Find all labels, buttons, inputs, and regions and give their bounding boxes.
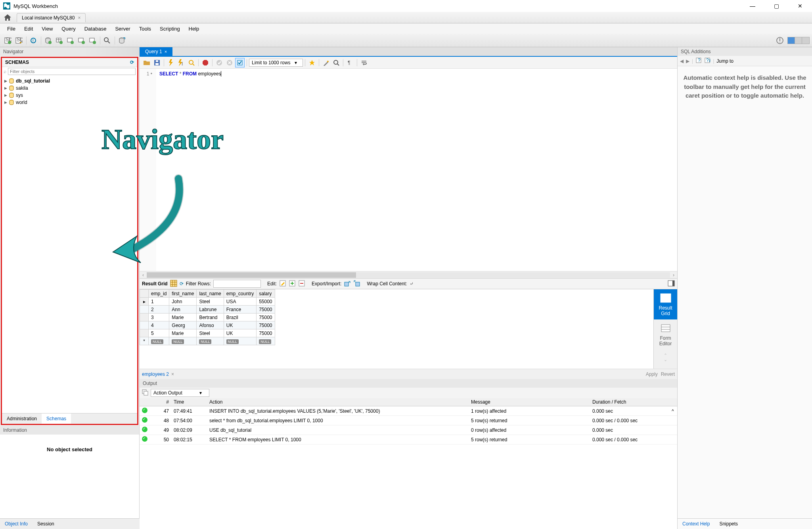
wrap-icon[interactable]: [359, 58, 369, 67]
revert-button[interactable]: Revert: [661, 371, 675, 377]
table-create-icon[interactable]: [54, 35, 64, 46]
jump-label[interactable]: Jump to: [716, 58, 733, 64]
svg-point-12: [59, 41, 63, 44]
open-sql-icon[interactable]: SQL: [13, 35, 24, 46]
close-icon[interactable]: ×: [78, 15, 80, 21]
grid-icon[interactable]: [170, 280, 177, 288]
wrap-cell-icon[interactable]: ⤶: [410, 281, 414, 287]
refresh-icon[interactable]: ⟳: [130, 60, 134, 65]
schema-item[interactable]: ▶db_sql_tutorial: [3, 77, 136, 85]
back-icon[interactable]: ◀: [680, 58, 684, 64]
panel-toggle-icon[interactable]: [668, 280, 675, 288]
menu-file[interactable]: File: [3, 24, 19, 33]
output-window-icon[interactable]: [142, 389, 148, 397]
nav-arrows[interactable]: ˄˅: [654, 350, 677, 369]
menu-tools[interactable]: Tools: [135, 24, 155, 33]
svg-point-31: [189, 60, 193, 64]
execute-icon[interactable]: [166, 58, 176, 67]
pane-toggle[interactable]: [787, 37, 810, 44]
result-grid-tool[interactable]: Result Grid: [654, 289, 677, 319]
menu-edit[interactable]: Edit: [20, 24, 37, 33]
connection-tab[interactable]: Local instance MySQL80 ×: [17, 13, 86, 22]
func-create-icon[interactable]: [87, 35, 98, 46]
export-icon[interactable]: [344, 280, 351, 288]
explain-icon[interactable]: [187, 58, 196, 67]
form-editor-tool[interactable]: Form Editor: [654, 319, 677, 350]
svg-text:?a: ?a: [706, 58, 710, 63]
commit-icon[interactable]: [214, 58, 224, 67]
apply-button[interactable]: Apply: [646, 371, 658, 377]
execute-current-icon[interactable]: I: [176, 58, 186, 67]
maximize-button[interactable]: ▢: [764, 0, 788, 12]
editor-toolbar: I Limit to 1000 rows ▾ ¶: [140, 57, 677, 69]
stop-icon[interactable]: [201, 58, 210, 67]
limit-selector[interactable]: Limit to 1000 rows ▾: [249, 59, 303, 67]
favorite-icon[interactable]: [307, 58, 317, 67]
navigator-header: Navigator: [0, 47, 139, 56]
menu-view[interactable]: View: [38, 24, 57, 33]
autocommit-icon[interactable]: [235, 58, 245, 67]
schema-item[interactable]: ▶sakila: [3, 85, 136, 92]
tab-object-info[interactable]: Object Info: [0, 519, 33, 529]
tab-schemas[interactable]: Schemas: [42, 414, 71, 424]
auto-help-icon[interactable]: ?a: [704, 57, 710, 65]
editor-scrollbar[interactable]: ‹›: [140, 271, 677, 278]
reconnect-icon[interactable]: [117, 35, 127, 46]
tab-session[interactable]: Session: [33, 519, 59, 529]
db-create-icon[interactable]: [43, 35, 53, 46]
import-icon[interactable]: [353, 280, 360, 288]
inspector-icon[interactable]: i: [28, 35, 38, 46]
close-button[interactable]: ✕: [788, 0, 812, 12]
result-grid-label: Result Grid: [142, 281, 168, 287]
svg-rect-61: [144, 391, 148, 395]
open-file-icon[interactable]: [142, 58, 151, 67]
tab-context-help[interactable]: Context Help: [678, 519, 714, 529]
schemas-label: SCHEMAS: [5, 60, 29, 65]
rollback-icon[interactable]: [225, 58, 234, 67]
schema-item[interactable]: ▶world: [3, 99, 136, 106]
menu-server[interactable]: Server: [111, 24, 134, 33]
svg-rect-51: [672, 281, 674, 286]
add-row-icon[interactable]: [289, 280, 296, 288]
filter-rows-input[interactable]: [213, 280, 261, 288]
table-row: 4GeorgAfonsoUK75000: [140, 321, 275, 329]
delete-row-icon[interactable]: [298, 280, 305, 288]
menubar: File Edit View Query Database Server Too…: [0, 23, 812, 34]
save-icon[interactable]: [152, 58, 162, 67]
schema-item[interactable]: ▶sys: [3, 92, 136, 99]
warning-icon[interactable]: [775, 35, 785, 46]
menu-help[interactable]: Help: [185, 24, 203, 33]
ok-icon: [142, 436, 147, 442]
new-sql-tab-icon[interactable]: SQL: [2, 35, 13, 46]
sql-editor[interactable]: 1 • SELECT * FROM employees: [140, 69, 677, 271]
view-create-icon[interactable]: [65, 35, 75, 46]
menu-query[interactable]: Query: [57, 24, 79, 33]
close-icon[interactable]: ×: [165, 49, 167, 54]
result-toolbar: Result Grid ⟳ Filter Rows: Edit: Export/…: [140, 278, 677, 289]
close-icon[interactable]: ×: [171, 371, 174, 377]
edit-icon[interactable]: [279, 280, 286, 288]
query-tab[interactable]: Query 1 ×: [140, 47, 172, 56]
minimize-button[interactable]: —: [741, 0, 764, 12]
refresh-icon[interactable]: ⟳: [180, 281, 184, 287]
svg-rect-52: [661, 294, 671, 302]
menu-database[interactable]: Database: [80, 24, 111, 33]
connection-tab-bar: Local instance MySQL80 ×: [0, 12, 812, 23]
table-row: *NULLNULLNULLNULLNULL: [140, 337, 275, 345]
filter-input[interactable]: [8, 68, 136, 75]
result-tab[interactable]: employees 2 ×: [142, 371, 174, 377]
search-icon[interactable]: [102, 35, 112, 46]
svg-point-2: [8, 41, 11, 44]
menu-scripting[interactable]: Scripting: [156, 24, 184, 33]
forward-icon[interactable]: ▶: [686, 58, 689, 64]
beautify-icon[interactable]: [321, 58, 331, 67]
output-selector[interactable]: Action Output ▾: [151, 389, 209, 397]
invisible-icon[interactable]: ¶: [345, 58, 355, 67]
find-icon[interactable]: [331, 58, 341, 67]
proc-create-icon[interactable]: [76, 35, 86, 46]
tab-administration[interactable]: Administration: [2, 414, 42, 424]
home-icon[interactable]: [2, 13, 13, 22]
result-grid[interactable]: emp_id first_name last_name emp_country …: [140, 289, 275, 345]
tab-snippets[interactable]: Snippets: [714, 519, 743, 529]
help-icon[interactable]: ?: [695, 57, 702, 65]
